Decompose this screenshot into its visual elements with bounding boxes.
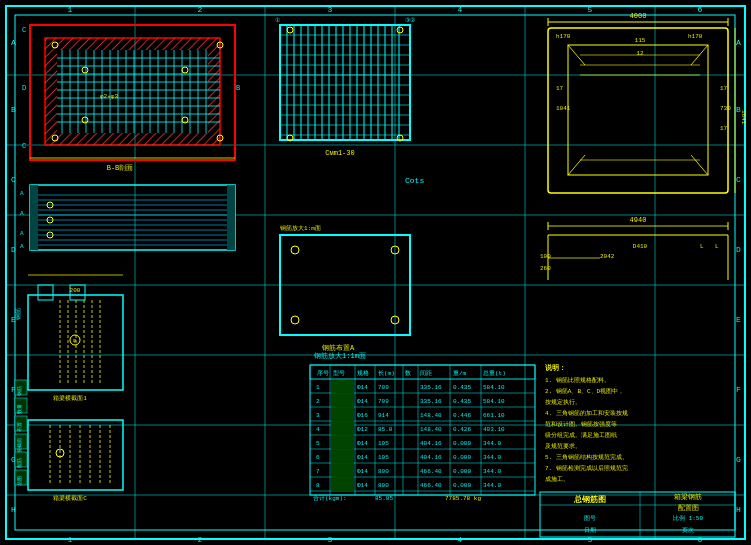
- svg-text:100: 100: [540, 253, 551, 260]
- svg-text:335.16: 335.16: [420, 398, 442, 405]
- svg-text:C: C: [736, 175, 741, 184]
- svg-text:数量: 数量: [17, 404, 23, 414]
- svg-text:2042: 2042: [600, 253, 615, 260]
- svg-text:3: 3: [316, 412, 320, 419]
- svg-text:C: C: [22, 26, 26, 34]
- svg-text:Φ14: Φ14: [357, 468, 368, 475]
- svg-text:Φ16: Φ16: [357, 412, 368, 419]
- svg-text:17: 17: [556, 85, 564, 92]
- svg-text:584.10: 584.10: [483, 398, 505, 405]
- svg-text:成施工。: 成施工。: [545, 476, 569, 483]
- svg-text:800: 800: [378, 468, 389, 475]
- svg-text:4: 4: [458, 5, 463, 14]
- svg-text:③②: ③②: [405, 17, 415, 24]
- svg-text:L: L: [715, 243, 719, 250]
- svg-rect-140: [280, 25, 410, 140]
- svg-text:1041: 1041: [556, 105, 571, 112]
- svg-text:3: 3: [328, 535, 333, 544]
- svg-text:2: 2: [198, 5, 203, 14]
- svg-text:7. 钢筋检测完成以后照规范完: 7. 钢筋检测完成以后照规范完: [545, 464, 628, 472]
- drawing-svg: 1 2 3 4 5 6 1 2 3 4 5 6 A B C D E F G H …: [0, 0, 751, 545]
- svg-text:A: A: [20, 243, 24, 250]
- svg-text:配置图: 配置图: [678, 504, 699, 512]
- svg-text:及规范要求。: 及规范要求。: [545, 443, 581, 450]
- svg-rect-106: [30, 185, 38, 250]
- svg-text:335.16: 335.16: [420, 384, 442, 391]
- svg-text:D410: D410: [633, 243, 648, 250]
- svg-text:Φ14: Φ14: [357, 482, 368, 489]
- svg-text:C: C: [11, 175, 16, 184]
- svg-point-179: [291, 316, 299, 324]
- svg-text:709: 709: [378, 398, 389, 405]
- svg-text:φ2+φ3: φ2+φ3: [100, 93, 118, 100]
- svg-text:148.40: 148.40: [420, 426, 442, 433]
- svg-text:钢筋放大1:1m面: 钢筋放大1:1m面: [313, 352, 366, 360]
- svg-text:5: 5: [316, 440, 320, 447]
- svg-rect-48: [45, 133, 220, 145]
- svg-text:1: 1: [68, 5, 73, 14]
- svg-text:钢筋: 钢筋: [15, 308, 22, 321]
- svg-text:Φ14: Φ14: [357, 398, 368, 405]
- svg-text:466.40: 466.40: [420, 468, 442, 475]
- svg-text:4. 三角钢筋的加工和安装按规: 4. 三角钢筋的加工和安装按规: [545, 409, 628, 417]
- svg-text:4940: 4940: [630, 216, 647, 224]
- svg-text:说明：: 说明：: [545, 363, 566, 372]
- svg-text:A: A: [736, 38, 741, 47]
- svg-text:Φ12: Φ12: [357, 426, 368, 433]
- svg-rect-49: [45, 50, 57, 133]
- svg-text:403.10: 403.10: [483, 426, 505, 433]
- svg-text:h170: h170: [688, 33, 703, 40]
- svg-text:0.000: 0.000: [453, 482, 471, 489]
- svg-text:G: G: [736, 455, 741, 464]
- svg-text:6: 6: [316, 454, 320, 461]
- svg-text:195: 195: [378, 440, 389, 447]
- svg-rect-188: [568, 45, 708, 175]
- svg-text:12: 12: [636, 50, 644, 57]
- svg-text:配筋: 配筋: [16, 458, 23, 468]
- svg-text:85.0: 85.0: [378, 426, 393, 433]
- svg-text:D: D: [736, 245, 741, 254]
- svg-line-195: [568, 155, 585, 175]
- svg-rect-290: [331, 436, 354, 449]
- svg-rect-262: [331, 380, 354, 393]
- svg-rect-0: [6, 6, 745, 539]
- svg-text:箱梁横截面1: 箱梁横截面1: [53, 394, 87, 402]
- svg-text:17: 17: [720, 85, 728, 92]
- svg-text:2. 钢筋A、B、C、D视图中，: 2. 钢筋A、B、C、D视图中，: [545, 388, 624, 395]
- svg-text:日期: 日期: [584, 527, 596, 534]
- svg-text:0.000: 0.000: [453, 468, 471, 475]
- svg-text:5: 5: [588, 535, 593, 544]
- svg-text:800: 800: [378, 482, 389, 489]
- svg-text:总重(t): 总重(t): [482, 370, 506, 377]
- svg-text:规格: 规格: [357, 370, 369, 377]
- svg-text:344.0: 344.0: [483, 482, 501, 489]
- svg-text:Φ14: Φ14: [357, 440, 368, 447]
- svg-rect-311: [331, 478, 354, 491]
- svg-text:0.426: 0.426: [453, 426, 471, 433]
- svg-text:F: F: [736, 385, 741, 394]
- svg-text:Φ14: Φ14: [357, 454, 368, 461]
- svg-text:间距: 间距: [420, 370, 432, 377]
- svg-text:148.40: 148.40: [420, 412, 442, 419]
- svg-text:5: 5: [588, 5, 593, 14]
- svg-text:按规定执行。: 按规定执行。: [545, 398, 581, 406]
- svg-text:344.0: 344.0: [483, 468, 501, 475]
- svg-text:D: D: [22, 84, 26, 92]
- svg-text:115: 115: [635, 37, 646, 44]
- svg-text:H: H: [11, 505, 16, 514]
- svg-text:4000: 4000: [630, 12, 647, 20]
- svg-text:1: 1: [316, 384, 320, 391]
- svg-text:17: 17: [720, 125, 728, 132]
- svg-text:6: 6: [698, 5, 703, 14]
- svg-rect-269: [331, 394, 354, 407]
- svg-text:730: 730: [720, 105, 731, 112]
- svg-text:404.16: 404.16: [420, 454, 442, 461]
- svg-text:0.000: 0.000: [453, 440, 471, 447]
- svg-text:584.10: 584.10: [483, 384, 505, 391]
- svg-text:总钢筋图: 总钢筋图: [573, 495, 606, 504]
- svg-rect-50: [208, 50, 220, 133]
- svg-text:Cмm1-30: Cмm1-30: [325, 149, 354, 157]
- svg-text:长(m): 长(m): [378, 370, 395, 377]
- svg-text:1641: 1641: [740, 110, 747, 125]
- svg-text:钢筋放大1:m面: 钢筋放大1:m面: [279, 225, 321, 232]
